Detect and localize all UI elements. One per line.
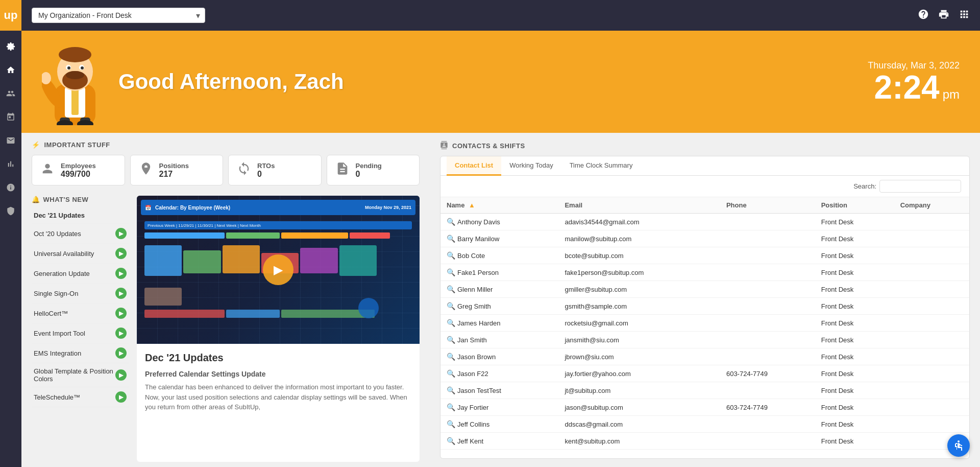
contact-search-icon[interactable]: 🔍 <box>447 437 455 445</box>
contact-search-icon[interactable]: 🔍 <box>447 353 455 361</box>
contact-company <box>894 298 969 315</box>
video-thumbnail: 📅 Calendar: By Employee (Week) Monday No… <box>137 196 420 344</box>
news-selected-subtitle: Preferred Calendar Settings Update <box>145 370 411 378</box>
table-row[interactable]: 🔍James Harden rocketsiu@gmail.com Front … <box>440 315 969 332</box>
contact-email: bcote@subitup.com <box>558 247 720 264</box>
table-row[interactable]: 🔍Jason TestTest jt@subitup.com Front Des… <box>440 382 969 399</box>
contact-company <box>894 230 969 247</box>
table-row[interactable]: 🔍Greg Smith gsmith@sample.com Front Desk <box>440 298 969 315</box>
table-row[interactable]: 🔍Jay Fortier jason@subitup.com 603-724-7… <box>440 399 969 416</box>
contacts-data-table: Name ▲ Email Phone Position Company 🔍Ant… <box>440 197 969 450</box>
news-item-label: HelloCert™ <box>34 310 68 317</box>
contact-phone <box>720 348 815 365</box>
col-company[interactable]: Company <box>894 197 969 214</box>
news-arrow-icon: ▶ <box>115 369 127 381</box>
sidebar-item-people[interactable] <box>0 83 21 104</box>
news-item[interactable]: Generation Update▶ <box>32 264 129 284</box>
help-icon[interactable] <box>918 9 929 22</box>
contact-search-icon[interactable]: 🔍 <box>447 218 455 226</box>
sidebar-item-home[interactable] <box>0 59 21 81</box>
table-row[interactable]: 🔍Jason F22 jay.fortier@yahoo.com 603-724… <box>440 365 969 382</box>
news-item[interactable]: EMS Integration▶ <box>32 343 129 363</box>
contact-name: 🔍Anthony Davis <box>440 214 558 230</box>
grid-icon[interactable] <box>959 9 970 22</box>
org-selector-wrap[interactable]: My Organization - Front Desk <box>32 8 205 23</box>
table-row[interactable]: 🔍Jeff Collins ddscas@gmail.com Front Des… <box>440 416 969 433</box>
news-arrow-icon: ▶ <box>115 347 127 359</box>
contact-search-icon[interactable]: 🔍 <box>447 251 455 260</box>
news-item[interactable]: Universal Availability▶ <box>32 244 129 264</box>
contact-search-bar: Search: <box>440 176 969 197</box>
contact-search-icon[interactable]: 🔍 <box>447 336 455 344</box>
contact-name: 🔍Glenn Miller <box>440 281 558 298</box>
contact-phone <box>720 214 815 230</box>
table-row[interactable]: 🔍Jason Brown jbrown@siu.com Front Desk <box>440 348 969 365</box>
news-item-label: TeleSchedule™ <box>34 393 80 401</box>
col-email[interactable]: Email <box>558 197 720 214</box>
svg-point-6 <box>66 71 84 79</box>
contact-position: Front Desk <box>815 298 894 315</box>
table-row[interactable]: 🔍Jan Smith jansmith@siu.com Front Desk <box>440 332 969 348</box>
contacts-icon <box>440 141 448 151</box>
table-row[interactable]: 🔍Glenn Miller gmiller@subitup.com Front … <box>440 281 969 298</box>
sidebar-item-info[interactable] <box>0 177 21 198</box>
news-item[interactable]: HelloCert™▶ <box>32 303 129 323</box>
table-row[interactable]: 🔍Bob Cote bcote@subitup.com Front Desk <box>440 247 969 264</box>
tab-working-today[interactable]: Working Today <box>501 156 561 176</box>
contact-search-icon[interactable]: 🔍 <box>447 319 455 327</box>
contact-search-icon[interactable]: 🔍 <box>447 369 455 378</box>
main-area: My Organization - Front Desk <box>21 0 980 467</box>
contact-name: 🔍Fake1 Person <box>440 264 558 281</box>
pending-icon <box>335 161 350 179</box>
sidebar-logo[interactable]: up <box>0 0 21 31</box>
table-row[interactable]: 🔍Anthony Davis adavis34544@gmail.com Fro… <box>440 214 969 230</box>
search-input[interactable] <box>879 180 961 193</box>
contact-name: 🔍Jan Smith <box>440 332 558 348</box>
org-selector[interactable]: My Organization - Front Desk <box>32 8 205 23</box>
col-phone[interactable]: Phone <box>720 197 815 214</box>
contact-search-icon[interactable]: 🔍 <box>447 420 455 428</box>
table-row[interactable]: 🔍Jeff Kent kent@subitup.com Front Desk <box>440 433 969 450</box>
col-name[interactable]: Name ▲ <box>440 197 558 214</box>
col-position[interactable]: Position <box>815 197 894 214</box>
sidebar-item-settings[interactable] <box>0 36 21 57</box>
contact-search-icon[interactable]: 🔍 <box>447 403 455 411</box>
contact-name: 🔍Jason F22 <box>440 365 558 382</box>
contact-search-icon[interactable]: 🔍 <box>447 235 455 243</box>
right-panel: CONTACTS & SHIFTS Contact List Working T… <box>430 133 980 467</box>
contact-position: Front Desk <box>815 433 894 450</box>
news-item[interactable]: TeleSchedule™▶ <box>32 387 129 407</box>
sidebar-item-calendar[interactable] <box>0 106 21 128</box>
sidebar-item-chart[interactable] <box>0 153 21 175</box>
contact-search-icon[interactable]: 🔍 <box>447 386 455 394</box>
table-row[interactable]: 🔍Fake1 Person fake1person@subitup.com Fr… <box>440 264 969 281</box>
news-item[interactable]: Dec '21 Updates <box>32 207 129 224</box>
news-arrow-icon: ▶ <box>115 328 127 339</box>
news-item[interactable]: Global Template & Position Colors▶ <box>32 363 129 387</box>
news-arrow-icon: ▶ <box>115 268 127 279</box>
sidebar-item-mail[interactable] <box>0 130 21 151</box>
contact-search-icon[interactable]: 🔍 <box>447 302 455 310</box>
news-item[interactable]: Event Import Tool▶ <box>32 323 129 343</box>
tab-contact-list[interactable]: Contact List <box>447 156 501 176</box>
contact-name: 🔍Bob Cote <box>440 247 558 264</box>
contact-name: 🔍Jeff Kent <box>440 433 558 450</box>
news-item[interactable]: Single Sign-On▶ <box>32 284 129 303</box>
contact-company <box>894 348 969 365</box>
news-video[interactable]: 📅 Calendar: By Employee (Week) Monday No… <box>137 196 420 344</box>
print-icon[interactable] <box>938 9 949 22</box>
news-item[interactable]: Oct '20 Updates▶ <box>32 224 129 244</box>
play-button[interactable]: ▶ <box>263 254 293 285</box>
contact-search-icon[interactable]: 🔍 <box>447 268 455 276</box>
sidebar-item-shield[interactable] <box>0 200 21 222</box>
contact-company <box>894 416 969 433</box>
table-row[interactable]: 🔍Barry Manilow manilow@subitup.com Front… <box>440 230 969 247</box>
search-label: Search: <box>853 182 876 190</box>
contact-search-icon[interactable]: 🔍 <box>447 285 455 293</box>
contact-position: Front Desk <box>815 332 894 348</box>
tab-time-clock[interactable]: Time Clock Summary <box>561 156 641 176</box>
accessibility-button[interactable] <box>947 434 970 457</box>
contact-phone <box>720 230 815 247</box>
contact-email: rocketsiu@gmail.com <box>558 315 720 332</box>
contact-position: Front Desk <box>815 281 894 298</box>
